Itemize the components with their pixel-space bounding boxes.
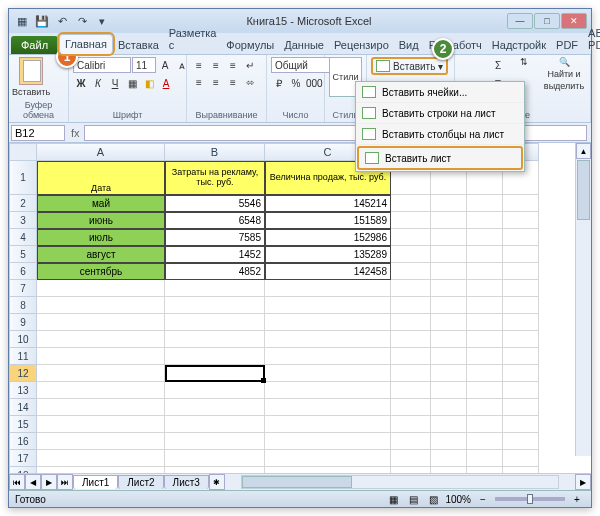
bold-button[interactable]: Ж xyxy=(73,75,89,91)
cell[interactable] xyxy=(265,314,391,331)
cell[interactable] xyxy=(467,263,503,280)
cell-a6[interactable]: сентябрь xyxy=(37,263,165,280)
sheet-last-icon[interactable]: ⏭ xyxy=(57,474,73,490)
align-bot-icon[interactable]: ≡ xyxy=(225,57,241,73)
percent-icon[interactable]: % xyxy=(288,75,304,91)
paste-button[interactable]: Вставить xyxy=(13,57,49,97)
cell[interactable] xyxy=(431,246,467,263)
vertical-scrollbar[interactable]: ▲ xyxy=(575,143,591,456)
menu-insert-cells[interactable]: Вставить ячейки... xyxy=(356,82,524,103)
tab-layout[interactable]: Разметка с xyxy=(164,24,222,54)
cell[interactable] xyxy=(467,246,503,263)
cell[interactable] xyxy=(391,433,431,450)
font-name-combo[interactable]: Calibri xyxy=(73,57,131,73)
cell[interactable] xyxy=(467,416,503,433)
view-normal-icon[interactable]: ▦ xyxy=(385,491,401,507)
sheet-prev-icon[interactable]: ◀ xyxy=(25,474,41,490)
cell[interactable] xyxy=(391,280,431,297)
row-header-6[interactable]: 6 xyxy=(9,263,37,280)
cell[interactable] xyxy=(165,416,265,433)
cell[interactable] xyxy=(467,382,503,399)
cell[interactable] xyxy=(37,348,165,365)
cell[interactable] xyxy=(503,297,539,314)
cell[interactable] xyxy=(503,348,539,365)
row-header-15[interactable]: 15 xyxy=(9,416,37,433)
cell[interactable] xyxy=(265,382,391,399)
cell[interactable] xyxy=(165,297,265,314)
row-header-10[interactable]: 10 xyxy=(9,331,37,348)
grow-font-icon[interactable]: A xyxy=(157,57,173,73)
col-header-a[interactable]: A xyxy=(37,143,165,161)
select-all-corner[interactable] xyxy=(9,143,37,161)
cell[interactable] xyxy=(431,297,467,314)
cell[interactable] xyxy=(265,331,391,348)
zoom-in-icon[interactable]: + xyxy=(569,491,585,507)
wrap-icon[interactable]: ↵ xyxy=(242,57,258,73)
cell[interactable] xyxy=(431,365,467,382)
cell-b6[interactable]: 4852 xyxy=(165,263,265,280)
merge-icon[interactable]: ⬄ xyxy=(242,74,258,90)
cell[interactable] xyxy=(265,399,391,416)
cell[interactable] xyxy=(165,314,265,331)
cell[interactable] xyxy=(467,433,503,450)
cell[interactable] xyxy=(467,195,503,212)
cell[interactable] xyxy=(503,450,539,467)
cell[interactable] xyxy=(391,450,431,467)
menu-insert-columns[interactable]: Вставить столбцы на лист xyxy=(356,124,524,145)
cell[interactable] xyxy=(391,365,431,382)
cell[interactable] xyxy=(467,280,503,297)
cell[interactable] xyxy=(165,331,265,348)
cell-c5[interactable]: 135289 xyxy=(265,246,391,263)
tab-formulas[interactable]: Формулы xyxy=(221,36,279,54)
cell[interactable] xyxy=(391,195,431,212)
cell[interactable] xyxy=(391,297,431,314)
font-size-combo[interactable]: 11 xyxy=(132,57,156,73)
insert-cells-button[interactable]: Вставить ▾ xyxy=(371,57,448,75)
cell[interactable] xyxy=(503,263,539,280)
cell[interactable] xyxy=(265,297,391,314)
vscroll-thumb[interactable] xyxy=(577,160,590,220)
cell[interactable] xyxy=(165,450,265,467)
cell[interactable] xyxy=(391,399,431,416)
cell[interactable] xyxy=(431,229,467,246)
col-header-b[interactable]: B xyxy=(165,143,265,161)
cell[interactable] xyxy=(503,416,539,433)
row-header-4[interactable]: 4 xyxy=(9,229,37,246)
cell[interactable] xyxy=(467,331,503,348)
row-header-7[interactable]: 7 xyxy=(9,280,37,297)
cell[interactable] xyxy=(503,280,539,297)
cell[interactable] xyxy=(37,331,165,348)
cell[interactable] xyxy=(467,450,503,467)
cell[interactable] xyxy=(467,365,503,382)
redo-icon[interactable]: ↷ xyxy=(73,12,91,30)
cell[interactable] xyxy=(37,297,165,314)
undo-icon[interactable]: ↶ xyxy=(53,12,71,30)
sheet-next-icon[interactable]: ▶ xyxy=(41,474,57,490)
cell[interactable] xyxy=(265,365,391,382)
cell[interactable] xyxy=(503,229,539,246)
cell[interactable] xyxy=(503,246,539,263)
cell[interactable] xyxy=(503,331,539,348)
file-tab[interactable]: Файл xyxy=(11,36,58,54)
align-top-icon[interactable]: ≡ xyxy=(191,57,207,73)
cell[interactable] xyxy=(37,382,165,399)
cell-a4[interactable]: июль xyxy=(37,229,165,246)
cell[interactable] xyxy=(391,416,431,433)
cell[interactable] xyxy=(431,399,467,416)
align-center-icon[interactable]: ≡ xyxy=(208,74,224,90)
row-header-13[interactable]: 13 xyxy=(9,382,37,399)
cell[interactable] xyxy=(165,382,265,399)
align-left-icon[interactable]: ≡ xyxy=(191,74,207,90)
cell[interactable] xyxy=(431,331,467,348)
cell[interactable] xyxy=(503,382,539,399)
cell[interactable] xyxy=(467,348,503,365)
cell-b3[interactable]: 6548 xyxy=(165,212,265,229)
cell-b1[interactable]: Затраты на рекламу, тыс. руб. xyxy=(165,161,265,195)
row-header-12[interactable]: 12 xyxy=(9,365,37,382)
row-header-11[interactable]: 11 xyxy=(9,348,37,365)
cell[interactable] xyxy=(165,399,265,416)
cell[interactable] xyxy=(431,348,467,365)
cell[interactable] xyxy=(431,314,467,331)
row-header-14[interactable]: 14 xyxy=(9,399,37,416)
cell[interactable] xyxy=(467,399,503,416)
